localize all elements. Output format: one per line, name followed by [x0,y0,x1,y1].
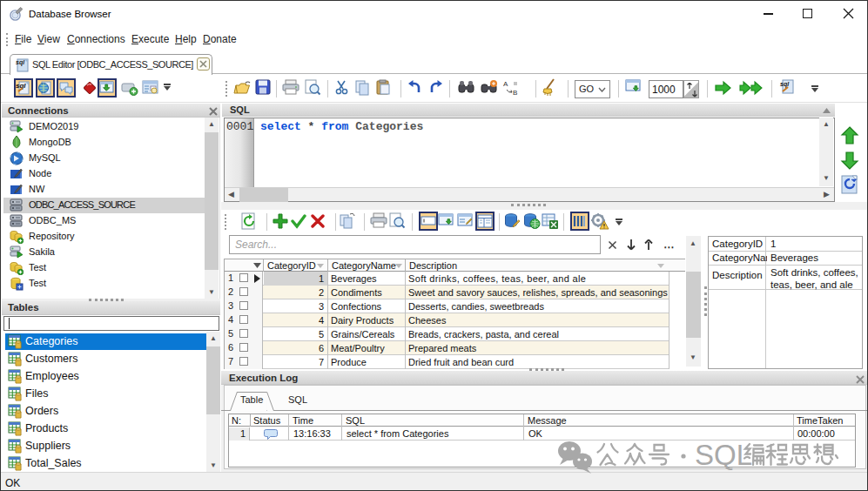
svg-text:sql: sql [780,81,790,88]
svg-text:A: A [503,80,508,88]
svg-text:sql: sql [16,59,25,66]
svg-text:B: B [513,89,517,97]
svg-text:SQL: SQL [695,439,752,471]
